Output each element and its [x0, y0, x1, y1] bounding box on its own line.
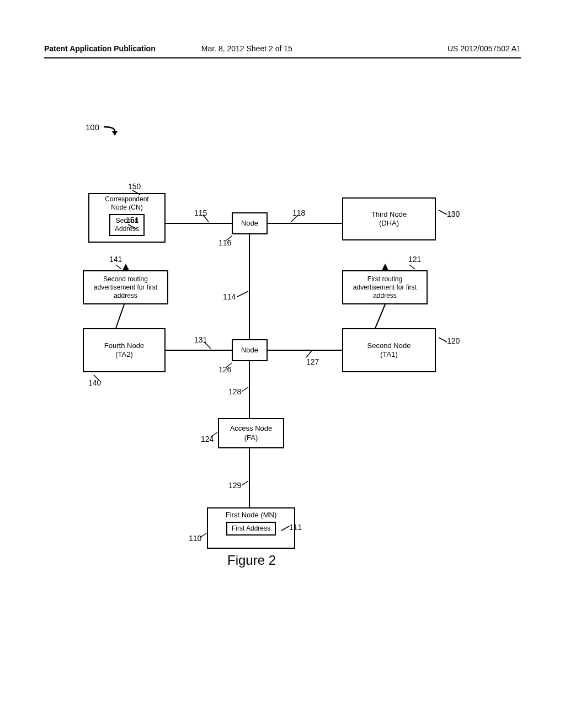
node-mn: First Node (MN) First Address — [207, 507, 295, 549]
routing-adv-2-label: Second routing advertisement for first a… — [94, 275, 157, 300]
node-fa-label: Access Node (FA) — [230, 424, 273, 442]
node-correspondent-label: Correspondent Node (CN) — [105, 195, 148, 212]
ref-routing1: 121 — [408, 255, 421, 264]
pub-type: Patent Application Publication — [44, 44, 156, 53]
ref-mid-node: 126 — [218, 365, 231, 374]
ref-e128: 128 — [228, 387, 241, 396]
node-ta2-label: Fourth Node (TA2) — [104, 341, 144, 360]
node-dha-label: Third Node (DHA) — [371, 210, 407, 228]
ref-first-address: 111 — [289, 523, 302, 532]
svg-line-7 — [116, 304, 124, 328]
page-header: Patent Application Publication Mar. 8, 2… — [0, 44, 565, 53]
node-top-label: Node — [241, 219, 258, 228]
ref-system: 100 — [86, 122, 99, 132]
ref-e131: 131 — [194, 335, 207, 344]
node-dha: Third Node (DHA) — [342, 197, 436, 240]
ref-cn: 150 — [128, 182, 141, 191]
ref-routing2: 141 — [109, 255, 122, 264]
header-rule — [44, 57, 521, 58]
ref-second-address: 151 — [126, 216, 138, 224]
node-mid: Node — [232, 339, 268, 361]
ref-dha: 130 — [447, 210, 460, 218]
ref-e114: 114 — [223, 292, 236, 301]
pub-date-sheet: Mar. 8, 2012 Sheet 2 of 15 — [156, 44, 338, 53]
routing-adv-2: Second routing advertisement for first a… — [83, 270, 168, 304]
svg-line-8 — [375, 304, 385, 328]
pub-number: US 2012/0057502 A1 — [338, 44, 521, 53]
ref-mn: 110 — [189, 534, 201, 543]
node-ta2: Fourth Node (TA2) — [83, 328, 166, 372]
node-mn-label: First Node (MN) — [226, 511, 276, 520]
ref-top-node: 116 — [218, 238, 231, 247]
node-mid-label: Node — [241, 346, 258, 355]
figure-caption: Figure 2 — [227, 553, 276, 568]
ref-e118: 118 — [292, 208, 305, 217]
ref-e129: 129 — [228, 481, 241, 490]
ref-ta1: 120 — [447, 336, 460, 345]
routing-adv-1: First routing advertisement for first ad… — [342, 270, 428, 304]
node-fa: Access Node (FA) — [218, 418, 284, 448]
ref-e127: 127 — [306, 357, 319, 366]
ref-ta2: 140 — [88, 378, 101, 387]
routing-adv-1-label: First routing advertisement for first ad… — [353, 275, 417, 300]
node-ta1-label: Second Node (TA1) — [367, 341, 411, 360]
ref-fa: 124 — [201, 435, 214, 443]
first-address-box: First Address — [226, 522, 276, 536]
node-top: Node — [232, 212, 268, 234]
ref-e115: 115 — [194, 208, 207, 217]
node-ta1: Second Node (TA1) — [342, 328, 436, 372]
